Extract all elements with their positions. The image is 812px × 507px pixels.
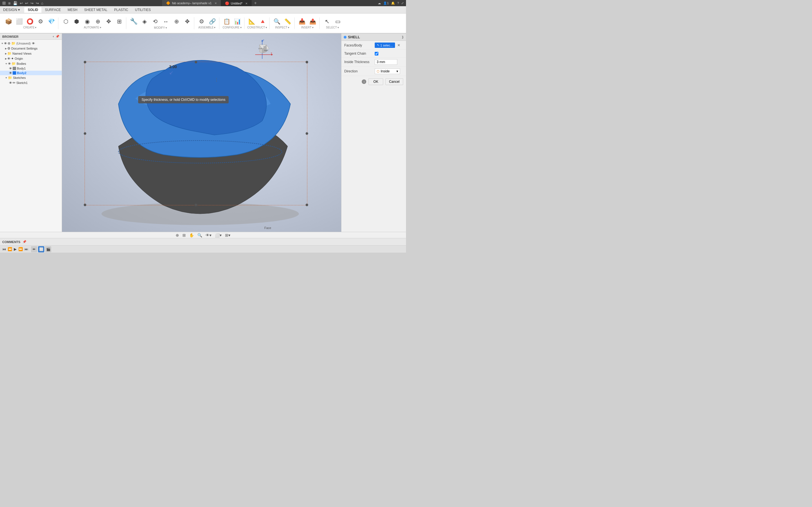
select-label[interactable]: SELECT▾ xyxy=(326,26,339,29)
modify-btn3[interactable]: ⟲ xyxy=(150,17,160,25)
notification-icon[interactable]: 🔔 xyxy=(391,1,395,5)
visibility-toggle-unsaved[interactable]: 👁 xyxy=(32,42,35,45)
info-icon[interactable]: i xyxy=(362,79,366,84)
configure-label[interactable]: CONFIGURE▾ xyxy=(223,26,242,29)
timeline-sketch-icon[interactable]: ✏ xyxy=(31,246,37,252)
timeline-anim-icon[interactable]: 🎬 xyxy=(45,246,51,252)
sidebar-pin-icon[interactable]: 📌 xyxy=(56,35,59,38)
modify-btn4[interactable]: ↔ xyxy=(161,18,171,25)
torus-button[interactable]: 💎 xyxy=(46,17,56,25)
inside-thickness-input[interactable]: 3 mm xyxy=(375,59,397,65)
grid-icon[interactable]: ⊞ xyxy=(2,1,6,6)
viewport[interactable]: 3.00 ↙ 3 ⋮ Specify thickness, or hold Ct… xyxy=(62,34,341,232)
construct-btn2[interactable]: 🔺 xyxy=(257,17,267,25)
tangent-chain-checkbox[interactable] xyxy=(375,52,378,55)
assemble-btn2[interactable]: 🔗 xyxy=(207,17,217,25)
automate-btn2[interactable]: ⬢ xyxy=(71,17,82,25)
insert-btn2[interactable]: 📤 xyxy=(308,17,318,25)
eye-icon-body2[interactable]: 👁 xyxy=(9,71,12,75)
snap-toggle-button[interactable]: ⊕ xyxy=(174,233,180,238)
sidebar-back-icon[interactable]: ‹ xyxy=(53,35,54,38)
cancel-button[interactable]: Cancel xyxy=(386,78,403,85)
eye-icon-sketch1[interactable]: 👁 xyxy=(9,81,12,84)
configure-btn1[interactable]: 📋 xyxy=(221,17,232,25)
construct-btn1[interactable]: 📐 xyxy=(247,17,257,25)
automate-label[interactable]: AUTOMATE▾ xyxy=(84,26,101,29)
inspect-label[interactable]: INSPECT▾ xyxy=(275,26,289,29)
box-button[interactable]: ⬜ xyxy=(14,17,24,25)
tab-utilities[interactable]: UTILITIES xyxy=(132,7,154,13)
tree-item-unsaved[interactable]: ▼ 👁 ⚙ 📁 (Unsaved) 👁 xyxy=(0,41,62,46)
gear-icon-unsaved[interactable]: ⚙ xyxy=(8,42,10,45)
insert-btn1[interactable]: 📥 xyxy=(297,17,307,25)
timeline-shape-icon[interactable]: ⬜ xyxy=(38,246,44,252)
automate-btn6[interactable]: ⊞ xyxy=(114,17,124,25)
tree-item-sketch1[interactable]: 👁 ✏ Sketch1 xyxy=(0,80,62,86)
tree-item-origin[interactable]: ▶ 👁 ✦ Origin xyxy=(0,56,62,61)
automate-btn1[interactable]: ⬡ xyxy=(61,17,71,25)
construct-label[interactable]: CONSTRUCT▾ xyxy=(247,26,267,29)
comments-pin-icon[interactable]: 📌 xyxy=(22,240,27,244)
pan-button[interactable]: ✋ xyxy=(188,233,195,238)
help-icon[interactable]: ? xyxy=(397,1,399,5)
eye-icon-origin[interactable]: 👁 xyxy=(7,57,10,60)
cloud-icon[interactable]: ☁ xyxy=(378,1,381,5)
inspect-toggle-button[interactable]: ⊞▾ xyxy=(224,233,232,238)
view-toggle-button[interactable]: 👁▾ xyxy=(204,233,213,238)
undo-icon[interactable]: ↩ xyxy=(20,1,23,5)
tab-lampshade-close[interactable]: ✕ xyxy=(214,2,217,5)
rewind-button[interactable]: ⏮ xyxy=(2,247,6,251)
tab-surface[interactable]: SURFACE xyxy=(42,7,64,13)
grid-toggle-button[interactable]: ⊞ xyxy=(181,233,187,238)
select-btn2[interactable]: ▭ xyxy=(333,17,343,25)
expand-icon[interactable]: ⤢ xyxy=(401,1,404,5)
tree-item-bodies[interactable]: ▼ 👁 📁 Bodies xyxy=(0,61,62,66)
redo2-icon[interactable]: ↪ xyxy=(36,1,39,5)
home-icon[interactable]: ⌂ xyxy=(41,1,43,5)
tab-solid[interactable]: SOLID xyxy=(24,7,42,13)
modify-label[interactable]: MODIFY▾ xyxy=(154,26,167,29)
add-tab-button[interactable]: + xyxy=(252,1,259,6)
modify-btn1[interactable]: 🔧 xyxy=(129,17,139,25)
view-cube[interactable]: Z X Top Front Right xyxy=(251,39,273,62)
display-toggle-button[interactable]: ⬜▾ xyxy=(214,233,223,238)
modify-btn2[interactable]: ◈ xyxy=(139,17,149,25)
save-icon[interactable]: 💾 xyxy=(13,1,17,5)
assemble-btn1[interactable]: ⚙ xyxy=(197,17,207,25)
inspect-btn2[interactable]: 📏 xyxy=(283,17,293,25)
tree-item-body2[interactable]: 👁 Body2 xyxy=(0,71,62,75)
sphere-button[interactable]: ⚙ xyxy=(36,17,46,25)
automate-btn4[interactable]: ⊕ xyxy=(93,17,103,25)
create-label[interactable]: CREATE▾ xyxy=(23,26,37,29)
dimension-menu-icon[interactable]: ⋮ xyxy=(214,77,219,82)
ok-button[interactable]: OK xyxy=(368,78,383,85)
play-button[interactable]: ▶ xyxy=(14,247,17,251)
insert-label[interactable]: INSERT▾ xyxy=(301,26,313,29)
cylinder-button[interactable]: ⭕ xyxy=(25,17,35,25)
tab-plastic[interactable]: PLASTIC xyxy=(111,7,132,13)
eye-icon[interactable]: 👁 xyxy=(4,42,7,45)
faces-body-select-button[interactable]: ↖ 1 selec... xyxy=(375,43,395,48)
tab-sheet-metal[interactable]: SHEET METAL xyxy=(81,7,111,13)
panel-expand-icon[interactable]: ⟫ xyxy=(402,35,404,39)
modify-btn6[interactable]: ✥ xyxy=(182,17,192,25)
tree-item-named-views[interactable]: ▶ 📁 Named Views xyxy=(0,51,62,56)
tree-item-sketches[interactable]: ▼ 📁 Sketches xyxy=(0,75,62,80)
tab-mesh[interactable]: MESH xyxy=(64,7,81,13)
zoom-button[interactable]: 🔍 xyxy=(196,233,203,238)
eye-icon-body1[interactable]: 👁 xyxy=(9,67,12,70)
direction-select[interactable]: ⬡ Inside ▾ xyxy=(375,68,400,74)
configure-btn2[interactable]: 📊 xyxy=(232,17,243,25)
undo2-icon[interactable]: ↩ xyxy=(25,1,28,5)
menu-icon[interactable]: ≡ xyxy=(8,1,11,6)
automate-btn5[interactable]: ✥ xyxy=(103,17,114,25)
eye-icon-bodies[interactable]: 👁 xyxy=(8,62,11,65)
new-component-button[interactable]: 📦 xyxy=(3,17,13,25)
step-back-button[interactable]: ⏪ xyxy=(8,247,12,251)
select-btn1[interactable]: ↖ xyxy=(322,17,332,25)
design-button[interactable]: DESIGN ▾ xyxy=(2,7,21,12)
step-fwd-button[interactable]: ⏩ xyxy=(18,247,23,251)
tree-item-doc-settings[interactable]: ▶ ⚙ Document Settings xyxy=(0,46,62,51)
tree-item-body1[interactable]: 👁 Body1 xyxy=(0,66,62,71)
inspect-btn1[interactable]: 🔍 xyxy=(272,17,282,25)
